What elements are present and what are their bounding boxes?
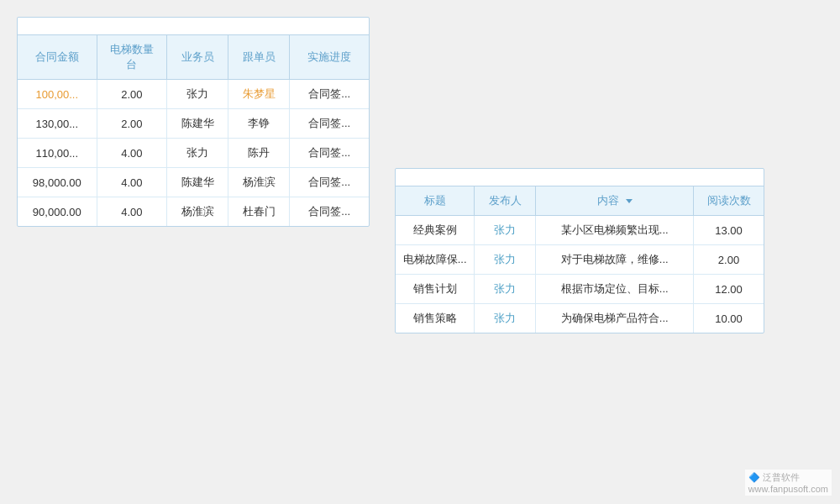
- policy-header-row: 标题 发布人 内容 阅读次数: [396, 186, 764, 216]
- left-panel-title: [18, 18, 369, 35]
- cell-amount: 100,00...: [18, 80, 97, 109]
- watermark-logo: 🔷 泛普软件: [748, 472, 800, 482]
- cell-follower: 杜春门: [228, 197, 290, 227]
- cell-follower: 杨淮滨: [228, 168, 290, 197]
- cell-publisher: 张力: [475, 216, 536, 245]
- watermark: 🔷 泛普软件 www.fanpusoft.com: [745, 470, 832, 496]
- col-count: 电梯数量台: [97, 35, 167, 80]
- sales-contract-table: 合同金额 电梯数量台 业务员 跟单员 实施进度 100,00... 2.00 张…: [18, 35, 369, 226]
- cell-follower: 李铮: [228, 109, 290, 139]
- cell-publisher: 张力: [475, 304, 536, 333]
- cell-title: 电梯故障保...: [396, 245, 475, 275]
- cell-amount: 98,000.00: [18, 168, 97, 197]
- col-salesman: 业务员: [167, 35, 228, 80]
- cell-count: 2.00: [97, 109, 167, 139]
- cell-title: 销售策略: [396, 304, 475, 333]
- cell-title: 销售计划: [396, 275, 475, 304]
- col-title: 标题: [396, 186, 475, 216]
- cell-progress: 合同签...: [290, 80, 369, 109]
- table-row[interactable]: 98,000.00 4.00 陈建华 杨淮滨 合同签...: [18, 168, 369, 197]
- cell-progress: 合同签...: [290, 197, 369, 227]
- col-progress: 实施进度: [290, 35, 369, 80]
- cell-publisher: 张力: [475, 275, 536, 304]
- table-row[interactable]: 经典案例 张力 某小区电梯频繁出现... 13.00: [396, 216, 764, 245]
- sales-policy-table: 标题 发布人 内容 阅读次数 经典案例 张力 某小区电梯频繁出现... 13.0…: [396, 186, 764, 333]
- cell-content: 为确保电梯产品符合...: [536, 304, 694, 333]
- table-row[interactable]: 130,00... 2.00 陈建华 李铮 合同签...: [18, 109, 369, 139]
- table-row[interactable]: 销售策略 张力 为确保电梯产品符合... 10.00: [396, 304, 764, 333]
- cell-views: 10.00: [694, 304, 764, 333]
- sales-policy-panel: 标题 发布人 内容 阅读次数 经典案例 张力 某小区电梯频繁出现... 13.0…: [395, 168, 764, 333]
- cell-amount: 90,000.00: [18, 197, 97, 227]
- cell-salesman: 张力: [167, 80, 228, 109]
- cell-views: 13.00: [694, 216, 764, 245]
- cell-follower: 陈丹: [228, 139, 290, 168]
- col-publisher: 发布人: [475, 186, 536, 216]
- cell-follower: 朱梦星: [228, 80, 290, 109]
- cell-views: 12.00: [694, 275, 764, 304]
- cell-publisher: 张力: [475, 245, 536, 275]
- cell-count: 4.00: [97, 197, 167, 227]
- cell-progress: 合同签...: [290, 109, 369, 139]
- cell-views: 2.00: [694, 245, 764, 275]
- table-row[interactable]: 100,00... 2.00 张力 朱梦星 合同签...: [18, 80, 369, 109]
- table-row[interactable]: 销售计划 张力 根据市场定位、目标... 12.00: [396, 275, 764, 304]
- col-content: 内容: [536, 186, 694, 216]
- watermark-url: www.fanpusoft.com: [748, 484, 828, 494]
- right-panel-title: [396, 169, 764, 186]
- col-views: 阅读次数: [694, 186, 764, 216]
- table-row[interactable]: 110,00... 4.00 张力 陈丹 合同签...: [18, 139, 369, 168]
- table-header-row: 合同金额 电梯数量台 业务员 跟单员 实施进度: [18, 35, 369, 80]
- cell-count: 4.00: [97, 139, 167, 168]
- cell-salesman: 陈建华: [167, 109, 228, 139]
- cell-title: 经典案例: [396, 216, 475, 245]
- table-row[interactable]: 90,000.00 4.00 杨淮滨 杜春门 合同签...: [18, 197, 369, 227]
- cell-amount: 130,00...: [18, 109, 97, 139]
- cell-amount: 110,00...: [18, 139, 97, 168]
- sales-contract-panel: 合同金额 电梯数量台 业务员 跟单员 实施进度 100,00... 2.00 张…: [17, 17, 370, 227]
- cell-count: 4.00: [97, 168, 167, 197]
- cell-content: 根据市场定位、目标...: [536, 275, 694, 304]
- cell-salesman: 杨淮滨: [167, 197, 228, 227]
- col-follower: 跟单员: [228, 35, 290, 80]
- cell-salesman: 张力: [167, 139, 228, 168]
- cell-count: 2.00: [97, 80, 167, 109]
- cell-progress: 合同签...: [290, 139, 369, 168]
- sort-icon[interactable]: [626, 199, 633, 203]
- cell-content: 某小区电梯频繁出现...: [536, 216, 694, 245]
- cell-content: 对于电梯故障，维修...: [536, 245, 694, 275]
- col-amount: 合同金额: [18, 35, 97, 80]
- table-row[interactable]: 电梯故障保... 张力 对于电梯故障，维修... 2.00: [396, 245, 764, 275]
- cell-salesman: 陈建华: [167, 168, 228, 197]
- cell-progress: 合同签...: [290, 168, 369, 197]
